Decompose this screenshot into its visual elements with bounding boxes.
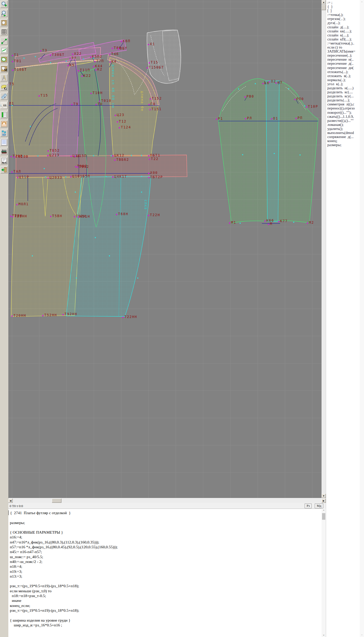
point-marker[interactable] (278, 221, 279, 222)
point-marker[interactable] (147, 67, 148, 69)
point-marker[interactable] (96, 104, 97, 105)
ruler-icon[interactable]: 8 (1, 93, 8, 100)
point-marker[interactable] (295, 118, 297, 119)
command-item[interactable]: конец; (326, 139, 360, 143)
point-marker[interactable] (78, 216, 79, 218)
command-item[interactable]: пересечение(..); (326, 53, 360, 57)
point-marker[interactable] (94, 61, 96, 62)
scroll-up-icon[interactable]: ▲ (322, 0, 326, 4)
point-marker[interactable] (90, 93, 92, 94)
point-marker[interactable] (8, 84, 9, 85)
exit-icon[interactable] (1, 166, 8, 173)
size-table-icon[interactable] (1, 111, 8, 118)
point-marker[interactable] (112, 176, 113, 178)
scroll-right-icon[interactable]: ▶ (322, 498, 326, 503)
scroll-down-icon[interactable]: ▼ (322, 494, 326, 498)
command-item[interactable]: разделить н(.....) (326, 86, 360, 90)
notch-marker[interactable] (45, 176, 46, 177)
grid-icon[interactable] (1, 28, 8, 35)
command-item[interactable]: поворот(()...""); (326, 110, 360, 115)
command-item[interactable]: :=метка(точка(.).. (326, 41, 360, 45)
point-marker[interactable] (70, 58, 71, 59)
point-marker[interactable] (148, 104, 150, 105)
point-marker[interactable] (14, 156, 15, 158)
window-vscrollbar[interactable]: ⌃ ⌄ (360, 0, 364, 637)
md-button[interactable]: Мд (315, 504, 323, 508)
editor-vscrollbar[interactable]: ⌃ ⌄ (322, 509, 326, 637)
command-item[interactable]: удалить(); (326, 127, 360, 131)
point-marker[interactable] (12, 216, 14, 217)
scroll-up-icon[interactable]: ⌃ (322, 509, 326, 513)
command-item[interactable]: перенос((),отрезо (326, 106, 360, 110)
command-item[interactable]: отложить в(..); (326, 74, 360, 78)
command-item[interactable]: сплайн к(....); (326, 33, 360, 37)
point-marker[interactable] (150, 98, 151, 100)
command-item[interactable]: симметрия л((),с (326, 102, 360, 106)
sketch-icon[interactable] (1, 47, 8, 54)
point-marker[interactable] (95, 69, 97, 71)
point-marker[interactable] (115, 115, 116, 116)
zoom-in-icon[interactable] (1, 1, 8, 8)
notch-marker[interactable] (141, 176, 142, 177)
notch-marker[interactable] (93, 155, 94, 156)
command-item[interactable]: развести((),()..."" (326, 119, 360, 123)
point-marker[interactable] (48, 150, 49, 152)
point-marker[interactable] (40, 50, 41, 52)
canvas-hscroll-thumb[interactable] (52, 498, 61, 503)
pattern-piece-icon[interactable] (1, 56, 8, 63)
point-marker[interactable] (12, 70, 13, 71)
point-marker[interactable] (50, 216, 51, 217)
command-item[interactable]: пересечение дн( (326, 66, 360, 70)
command-item[interactable]: если () то (326, 45, 360, 49)
canvas-hscrollbar[interactable]: ◀ ▶ (8, 498, 326, 503)
command-item[interactable]: сжать(()..,1.1,0.9, (326, 115, 360, 119)
point-marker[interactable] (119, 127, 120, 128)
command-item[interactable]: пересечение н(.. (326, 57, 360, 61)
measure-segment-icon[interactable] (1, 38, 8, 45)
point-marker[interactable] (268, 224, 269, 225)
point-marker[interactable] (67, 65, 69, 66)
point-marker[interactable] (93, 66, 94, 67)
notch-marker[interactable] (109, 255, 110, 256)
notch-marker[interactable] (304, 105, 305, 106)
point-marker[interactable] (149, 159, 150, 160)
notch-marker[interactable] (35, 56, 36, 57)
point-marker[interactable] (116, 214, 117, 215)
point-marker[interactable] (112, 48, 113, 49)
notch-marker[interactable] (24, 58, 25, 59)
piece-side-back-gore[interactable] (79, 69, 106, 156)
drafting-tools-icon[interactable] (1, 74, 8, 81)
point-marker[interactable] (112, 155, 113, 156)
point-marker[interactable] (109, 54, 110, 55)
notch-marker[interactable] (106, 176, 107, 177)
point-marker[interactable] (149, 62, 150, 63)
rz-button[interactable]: Рз (305, 504, 312, 508)
command-item[interactable]: сплайн д(....); (326, 25, 360, 29)
point-marker[interactable] (70, 176, 72, 177)
command-item[interactable]: [ ] (326, 9, 360, 13)
point-marker[interactable] (262, 83, 264, 84)
scroll-left-icon[interactable]: ◀ (8, 498, 13, 503)
command-item[interactable]: угол к(..); (326, 82, 360, 86)
point-marker[interactable] (118, 48, 119, 50)
notch-marker[interactable] (274, 153, 275, 154)
command-item[interactable]: пересечение д(.. (326, 61, 360, 65)
point-marker[interactable] (269, 81, 270, 82)
point-marker[interactable] (306, 106, 307, 108)
point-marker[interactable] (90, 56, 91, 58)
notch-marker[interactable] (111, 155, 112, 156)
point-marker[interactable] (75, 156, 76, 157)
point-marker[interactable] (149, 109, 151, 110)
point-marker[interactable] (71, 104, 73, 105)
command-item[interactable]: размеры; (326, 143, 360, 147)
point-marker[interactable] (271, 118, 272, 120)
point-marker[interactable] (122, 317, 124, 318)
3d-icon[interactable]: 3D (1, 130, 8, 137)
piece-k6p-strip[interactable] (79, 40, 126, 60)
notch-marker[interactable] (238, 88, 239, 89)
notch-marker[interactable] (50, 62, 51, 63)
point-marker[interactable] (148, 44, 149, 45)
point-marker[interactable] (78, 70, 79, 71)
point-marker[interactable] (81, 76, 83, 77)
command-item[interactable]: сплайн кк(.....); (326, 29, 360, 33)
